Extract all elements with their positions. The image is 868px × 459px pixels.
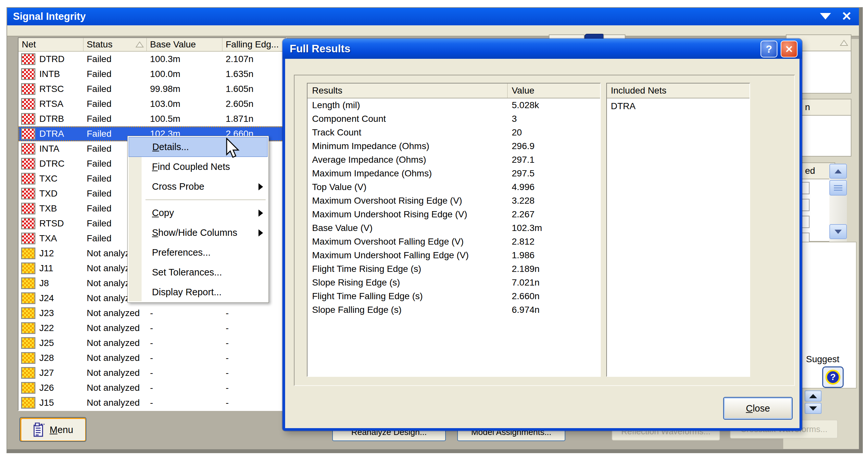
context-menu-item[interactable]: Preferences... (129, 243, 268, 263)
results-row[interactable]: Base Value (V) 102.3m (308, 221, 600, 235)
submenu-arrow-icon (258, 210, 263, 217)
context-menu-item[interactable]: Set Tolerances... (129, 263, 268, 282)
net-row[interactable]: J22 Not analyzed - - (19, 320, 286, 336)
results-row[interactable]: Maximum Overshoot Falling Edge (V) 2.812 (308, 235, 600, 248)
net-base-value: - (147, 368, 222, 378)
column-header-status[interactable]: Status (84, 38, 147, 51)
net-name: DTRC (39, 158, 65, 169)
context-menu-item[interactable]: Cross Probe (129, 177, 268, 196)
result-value: 102.3m (507, 223, 600, 233)
net-base-value: 99.98m (147, 84, 222, 94)
menu-button[interactable]: Menu (20, 417, 86, 442)
results-row[interactable]: Slope Falling Edge (s) 6.974n (308, 303, 600, 317)
net-row[interactable]: J23 Not analyzed - - (19, 306, 286, 320)
menu-item-label: Show/Hide Columns (152, 227, 237, 238)
panel-menu-caret-icon[interactable] (820, 13, 831, 20)
triangle-down-icon (809, 406, 817, 410)
spinner-up-button[interactable] (805, 391, 822, 401)
net-status-checker-icon (21, 307, 35, 319)
result-value: 1.986 (507, 250, 600, 261)
vertical-scrollbar[interactable] (829, 164, 847, 247)
included-nets-header-label: Included Nets (607, 86, 666, 96)
net-row[interactable]: DTRD Failed 100.3m 2.107n (19, 52, 286, 67)
results-row[interactable]: Minimum Impedance (Ohms) 296.9 (308, 140, 600, 153)
net-falling-edge: - (222, 353, 286, 363)
result-label: Base Value (V) (308, 223, 507, 233)
net-name: J15 (39, 398, 54, 408)
context-menu-item[interactable]: Display Report... (129, 282, 268, 302)
net-name: TXD (39, 188, 58, 199)
results-row[interactable]: Maximum Overshoot Rising Edge (V) 3.228 (308, 194, 600, 208)
result-label: Average Impedance (Ohms) (308, 155, 507, 165)
menu-separator (129, 196, 268, 203)
net-status-checker-icon (21, 397, 35, 409)
net-status: Not analyzed (84, 338, 147, 348)
dialog-help-button[interactable]: ? (761, 40, 777, 58)
results-row[interactable]: Maximum Impedance (Ohms) 297.5 (308, 166, 600, 180)
results-row[interactable]: Average Impedance (Ohms) 297.1 (308, 153, 600, 166)
net-name: INTA (39, 144, 59, 154)
net-row[interactable]: J28 Not analyzed - - (19, 350, 286, 365)
net-row[interactable]: J25 Not analyzed - - (19, 336, 286, 350)
scroll-down-button[interactable] (829, 224, 847, 239)
column-header-base-value[interactable]: Base Value (147, 38, 222, 51)
net-status: Not analyzed (84, 308, 147, 318)
scrollbar-thumb[interactable] (829, 180, 847, 195)
spinner-down-button[interactable] (805, 403, 822, 414)
results-row[interactable]: Length (mil) 5.028k (308, 98, 600, 112)
context-menu-item[interactable]: Copy (129, 203, 268, 223)
net-name: DTRB (39, 114, 64, 124)
net-status-checker-icon (21, 277, 35, 289)
suggest-label: Suggest (806, 354, 839, 365)
net-base-value: 100.3m (147, 54, 222, 64)
results-row[interactable]: Maximum Undershoot Falling Edge (V) 1.98… (308, 248, 600, 262)
net-row[interactable]: INTB Failed 100.0m 1.635n (19, 67, 286, 82)
dialog-close-button[interactable]: ✕ (781, 40, 798, 58)
net-row[interactable]: J15 Not analyzed - - (19, 395, 286, 410)
result-label: Component Count (308, 114, 507, 124)
menu-button-label: Menu (50, 425, 73, 435)
results-row[interactable]: Slope Rising Edge (s) 7.021n (308, 276, 600, 289)
results-column-header[interactable]: Results (308, 86, 507, 96)
panel-close-icon[interactable]: ✕ (841, 9, 852, 23)
net-falling-edge: - (222, 368, 286, 378)
result-label: Maximum Undershoot Rising Edge (V) (308, 209, 507, 220)
results-row[interactable]: Maximum Undershoot Rising Edge (V) 2.267 (308, 208, 600, 221)
net-base-value: - (147, 398, 222, 408)
net-status-checker-icon (21, 188, 35, 200)
net-name: J26 (39, 382, 54, 393)
net-name: TXC (39, 174, 58, 184)
net-row[interactable]: RTSA Failed 103.0m 2.605n (19, 96, 286, 112)
panel-titlebar[interactable]: Signal Integrity (7, 8, 859, 25)
net-row[interactable]: DTRB Failed 100.5m 1.871n (19, 112, 286, 126)
chevron-down-icon (835, 230, 842, 234)
results-row[interactable]: Component Count 3 (308, 112, 600, 126)
result-label: Maximum Overshoot Rising Edge (V) (308, 195, 507, 206)
included-net-item[interactable]: DTRA (607, 98, 749, 112)
menu-item-label: Preferences... (152, 247, 211, 258)
value-column-header[interactable]: Value (507, 84, 600, 98)
menu-item-label: Cross Probe (152, 181, 204, 192)
result-value: 3.228 (507, 195, 600, 206)
net-row[interactable]: RTSC Failed 99.98m 1.605n (19, 82, 286, 96)
full-results-dialog: Full Results ? ✕ Results Value Length (m… (282, 39, 802, 431)
results-row[interactable]: Track Count 20 (308, 126, 600, 140)
results-row[interactable]: Flight Time Falling Edge (s) 2.660n (308, 289, 600, 303)
net-status-checker-icon (21, 83, 35, 95)
results-row[interactable]: Top Value (V) 4.996 (308, 180, 600, 194)
results-row[interactable]: Flight Time Rising Edge (s) 2.189n (308, 262, 600, 276)
net-row[interactable]: J26 Not analyzed - - (19, 380, 286, 395)
dialog-titlebar[interactable]: Full Results (282, 39, 802, 59)
net-status: Failed (84, 114, 147, 124)
scroll-up-button[interactable] (829, 164, 847, 179)
result-value: 20 (507, 127, 600, 138)
net-status: Not analyzed (84, 382, 147, 393)
net-row[interactable]: J27 Not analyzed - - (19, 365, 286, 380)
column-header-net[interactable]: Net (19, 38, 84, 51)
help-button[interactable]: ? (822, 366, 844, 388)
close-button[interactable]: Close (723, 397, 793, 420)
column-header-falling-edge[interactable]: Falling Edg... (222, 38, 286, 51)
menu-list-icon (33, 423, 45, 437)
net-name: INTB (39, 69, 60, 79)
context-menu-item[interactable]: Show/Hide Columns (129, 223, 268, 243)
